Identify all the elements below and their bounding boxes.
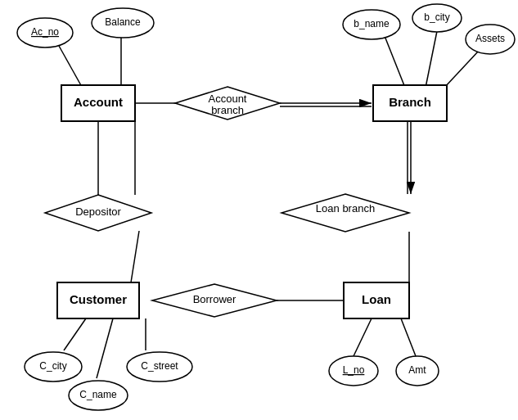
attr-assets-label: Assets bbox=[475, 33, 505, 44]
line-ccity-customer bbox=[64, 318, 86, 350]
attr-acno-label: Ac_no bbox=[31, 26, 59, 38]
rel-loan-branch-label: Loan branch bbox=[316, 202, 375, 215]
attr-cname-label: C_name bbox=[79, 389, 117, 400]
entity-loan-label: Loan bbox=[362, 292, 391, 306]
line-bname-branch bbox=[385, 36, 405, 88]
attr-ccity-label: C_city bbox=[39, 360, 66, 372]
attr-amt-label: Amt bbox=[408, 364, 426, 376]
entity-customer-label: Customer bbox=[70, 292, 127, 306]
line-bcity-branch bbox=[426, 31, 437, 88]
entity-branch-label: Branch bbox=[389, 95, 431, 109]
attr-cstreet-label: C_street bbox=[141, 360, 178, 372]
er-diagram: Account Branch Customer Loan Account bra… bbox=[0, 0, 518, 420]
attr-balance-label: Balance bbox=[105, 16, 141, 28]
line-lno-loan bbox=[354, 318, 372, 356]
rel-depositor-label: Depositor bbox=[75, 205, 121, 218]
rel-borrower-label: Borrower bbox=[193, 293, 236, 305]
line-depositor-customer bbox=[131, 231, 139, 282]
entity-account-label: Account bbox=[74, 95, 123, 109]
line-cname-customer bbox=[97, 318, 113, 378]
rel-account-branch-label: Account bbox=[209, 93, 247, 105]
attr-lno-label: L_no bbox=[343, 364, 365, 376]
line-assets-branch bbox=[444, 51, 479, 88]
rel-account-branch-label2: branch bbox=[211, 104, 244, 116]
line-amt-loan bbox=[401, 318, 416, 356]
attr-bname-label: b_name bbox=[354, 18, 390, 29]
attr-bcity-label: b_city bbox=[424, 11, 449, 23]
